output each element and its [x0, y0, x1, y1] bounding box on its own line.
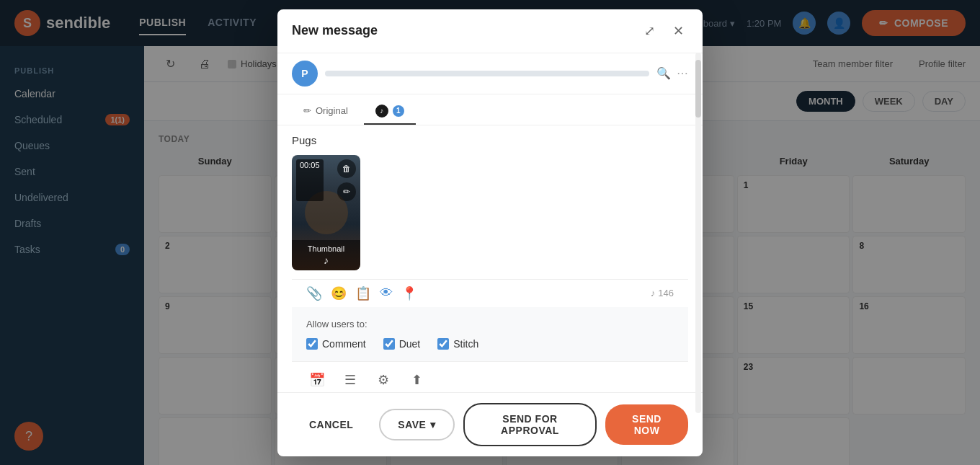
- duet-checkbox[interactable]: [383, 338, 395, 350]
- new-message-modal: New message ⤢ ✕ P 🔍 ⋯: [277, 9, 703, 456]
- char-count-value: 146: [658, 288, 674, 298]
- modal-header: New message ⤢ ✕: [277, 9, 703, 53]
- profile-bar-icons: 🔍 ⋯: [656, 66, 688, 80]
- tab-original[interactable]: ✏ Original: [292, 100, 360, 125]
- allow-users-section: Allow users to: Comment Duet Stitch: [292, 307, 688, 361]
- allow-users-title: Allow users to:: [306, 319, 674, 329]
- delete-video-button[interactable]: 🗑: [337, 159, 356, 178]
- char-count: ♪ 146: [651, 288, 674, 298]
- tab-tiktok[interactable]: ♪ 1: [364, 100, 416, 125]
- duet-label: Duet: [399, 338, 421, 350]
- video-thumb-top: 00:05 🗑 ✏: [292, 155, 360, 205]
- comment-option[interactable]: Comment: [306, 338, 366, 350]
- tiktok-char-icon: ♪: [651, 288, 656, 298]
- tab-original-label: Original: [316, 105, 348, 116]
- send-now-button[interactable]: SEND NOW: [605, 404, 688, 445]
- message-text[interactable]: Pugs: [292, 134, 688, 146]
- profile-bar-right: 🔍 ⋯: [325, 66, 688, 80]
- settings-icon[interactable]: ⚙: [373, 369, 394, 391]
- text-format-icon[interactable]: 📋: [355, 285, 371, 301]
- video-thumb-bottom: Thumbnail ♪: [292, 240, 360, 270]
- modal-scrollbar[interactable]: [695, 53, 701, 413]
- cancel-button[interactable]: CANCEL: [292, 410, 370, 439]
- allow-users-checkboxes: Comment Duet Stitch: [306, 338, 674, 350]
- list-icon[interactable]: ☰: [339, 369, 361, 391]
- expand-icon[interactable]: ⤢: [639, 21, 659, 41]
- preview-icon[interactable]: 👁: [380, 285, 393, 301]
- comment-checkbox[interactable]: [306, 338, 318, 350]
- stitch-option[interactable]: Stitch: [437, 338, 478, 350]
- profile-avatar[interactable]: P: [292, 61, 318, 87]
- attachment-icon[interactable]: 📎: [306, 285, 322, 301]
- duet-option[interactable]: Duet: [383, 338, 421, 350]
- upload-icon[interactable]: ⬆: [406, 369, 427, 391]
- video-thumb-label: Thumbnail ♪: [296, 244, 356, 266]
- profile-search-bar: [325, 71, 649, 76]
- modal-scrollbar-thumb: [695, 60, 701, 118]
- video-thumb-actions: 🗑 ✏: [337, 159, 356, 201]
- tiktok-badge-icon: ♪: [375, 105, 388, 118]
- close-icon[interactable]: ✕: [668, 21, 688, 41]
- modal-title: New message: [292, 23, 378, 38]
- send-for-approval-button[interactable]: SEND FOR APPROVAL: [463, 403, 597, 446]
- tiktok-count-badge: 1: [393, 105, 404, 117]
- save-dropdown-icon: ▾: [430, 419, 436, 430]
- modal-header-icons: ⤢ ✕: [639, 21, 688, 41]
- location-icon[interactable]: 📍: [401, 285, 417, 301]
- tiktok-logo-icon: ♪: [324, 254, 329, 266]
- save-button[interactable]: SAVE ▾: [379, 409, 455, 440]
- modal-footer: CANCEL SAVE ▾ SEND FOR APPROVAL SEND NOW: [277, 392, 703, 456]
- compose-bottom-toolbar: 📅 ☰ ⚙ ⬆: [292, 361, 688, 392]
- stitch-checkbox[interactable]: [437, 338, 449, 350]
- compose-tabs: ✏ Original ♪ 1: [277, 94, 703, 125]
- profile-search-icon[interactable]: 🔍: [656, 66, 671, 80]
- profile-more-icon[interactable]: ⋯: [677, 66, 688, 80]
- schedule-icon[interactable]: 📅: [306, 369, 328, 391]
- compose-toolbar: 📎 😊 📋 👁 📍 ♪ 146: [292, 279, 688, 307]
- video-duration: 00:05: [296, 159, 324, 201]
- emoji-icon[interactable]: 😊: [331, 285, 347, 301]
- comment-label: Comment: [322, 338, 366, 350]
- save-label: SAVE: [398, 419, 426, 430]
- video-thumbnail: 00:05 🗑 ✏ Thumbnail ♪: [292, 155, 360, 270]
- stitch-label: Stitch: [453, 338, 478, 350]
- pencil-icon: ✏: [303, 105, 311, 116]
- message-body: Pugs 00:05 🗑 ✏: [277, 125, 703, 392]
- edit-video-button[interactable]: ✏: [337, 182, 356, 201]
- app-background: S sendible PUBLISH ACTIVITY My dashboard…: [0, 0, 980, 465]
- profile-bar: P 🔍 ⋯: [277, 53, 703, 94]
- modal-overlay: New message ⤢ ✕ P 🔍 ⋯: [0, 0, 980, 465]
